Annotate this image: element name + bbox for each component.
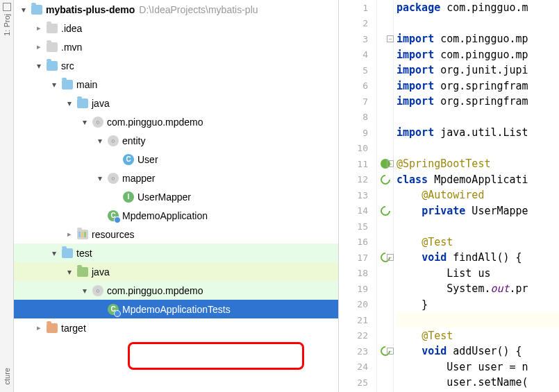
line-number[interactable]: 13	[339, 187, 376, 203]
line-number[interactable]: 16	[339, 235, 376, 250]
chevron-down-icon[interactable]	[49, 79, 60, 90]
line-number[interactable]: 3	[339, 31, 376, 47]
line-number[interactable]: 15	[339, 219, 376, 235]
run-icon[interactable]	[378, 204, 392, 218]
code-line[interactable]: import org.springfram	[397, 94, 559, 110]
code-line[interactable]	[397, 141, 559, 157]
tree-item-com-pingguo-mpdemo[interactable]: ○com.pingguo.mpdemo	[14, 281, 338, 300]
tool-window-stripe-left[interactable]: 1: Proj	[0, 0, 14, 392]
chevron-down-icon[interactable]	[18, 4, 29, 15]
tree-item-mapper[interactable]: ○mapper	[14, 169, 338, 187]
code-line[interactable]: }	[397, 297, 559, 313]
line-number[interactable]: 18	[339, 266, 376, 282]
tree-item-main[interactable]: main	[14, 75, 338, 94]
line-number[interactable]: 25	[339, 375, 376, 391]
chevron-right-icon[interactable]	[33, 42, 44, 53]
chevron-down-icon[interactable]	[94, 173, 106, 184]
line-number[interactable]: 8	[339, 110, 376, 126]
line-number[interactable]: 11	[339, 156, 376, 172]
code-line[interactable]: void findAll() {	[397, 250, 559, 266]
tree-item--mvn[interactable]: .mvn	[14, 37, 338, 56]
chevron-right-icon[interactable]	[33, 23, 44, 34]
line-number[interactable]: 5	[339, 62, 376, 78]
code-line[interactable]: private UserMappe	[397, 203, 559, 219]
tree-item-label: UserMapper	[137, 191, 191, 203]
line-number[interactable]: 1	[339, 0, 376, 16]
code-line[interactable]	[397, 110, 559, 126]
structure-tool-label[interactable]: cture	[3, 368, 11, 384]
chevron-down-icon[interactable]	[33, 60, 44, 71]
line-number[interactable]: 10	[339, 141, 376, 157]
tree-item-label: MpdemoApplication	[122, 210, 208, 221]
code-line[interactable]: import com.pingguo.mp	[397, 31, 559, 47]
tree-item-java[interactable]: java	[14, 262, 338, 281]
folder-resources-icon	[76, 228, 89, 241]
line-number[interactable]: 4	[339, 47, 376, 63]
project-root[interactable]: mybatis-plus-demo D:\IdeaProjects\mybati…	[14, 0, 338, 19]
tree-item-test[interactable]: test	[14, 244, 338, 262]
line-number[interactable]: 7	[339, 94, 376, 110]
code-line[interactable]: package com.pingguo.m	[397, 0, 559, 16]
code-editor[interactable]: 1234567891011121314151617181920212223242…	[339, 0, 559, 392]
code-line[interactable]: @SpringBootTest	[397, 156, 559, 172]
line-number[interactable]: 21	[339, 312, 376, 328]
tree-item-resources[interactable]: resources	[14, 225, 338, 244]
chevron-right-icon[interactable]	[33, 323, 44, 334]
line-number[interactable]: 19	[339, 281, 376, 297]
code-line[interactable]	[397, 312, 559, 328]
tree-item--idea[interactable]: .idea	[14, 19, 338, 37]
project-root-path: D:\IdeaProjects\mybatis-plu	[139, 4, 258, 15]
chevron-down-icon[interactable]	[79, 117, 90, 128]
tree-item-src[interactable]: src	[14, 56, 338, 75]
line-number[interactable]: 24	[339, 359, 376, 375]
code-line[interactable]	[397, 16, 559, 32]
code-line[interactable]: user.setName(	[397, 375, 559, 391]
fold-collapse-icon[interactable]: −	[387, 348, 394, 355]
tree-item-target[interactable]: target	[14, 318, 338, 337]
chevron-down-icon[interactable]	[79, 285, 90, 296]
code-line[interactable]: @Test	[397, 328, 559, 344]
tree-item-entity[interactable]: ○entity	[14, 131, 338, 150]
tree-item-java[interactable]: java	[14, 94, 338, 112]
code-line[interactable]: List us	[397, 266, 559, 282]
chevron-down-icon[interactable]	[94, 135, 106, 146]
code-line[interactable]: import com.pingguo.mp	[397, 47, 559, 63]
line-number[interactable]: 2	[339, 16, 376, 32]
code-line[interactable]: import org.junit.jupi	[397, 62, 559, 78]
tool-window-stripe-bottom[interactable]: cture	[0, 361, 14, 392]
chevron-down-icon[interactable]	[64, 266, 75, 278]
tree-item-mpdemoapplication[interactable]: CMpdemoApplication	[14, 206, 338, 225]
line-number[interactable]: 17	[339, 250, 376, 266]
code-area[interactable]: package com.pingguo.m import com.pingguo…	[394, 0, 559, 392]
line-number[interactable]: 6	[339, 78, 376, 94]
tree-item-mpdemoapplicationtests[interactable]: CMpdemoApplicationTests	[14, 300, 338, 318]
chevron-right-icon[interactable]	[64, 229, 75, 240]
chevron-down-icon[interactable]	[64, 98, 75, 109]
line-number[interactable]: 14	[339, 203, 376, 219]
code-line[interactable]: void addUser() {	[397, 343, 559, 359]
tree-item-user[interactable]: CUser	[14, 150, 338, 169]
run-icon[interactable]	[378, 173, 392, 187]
fold-collapse-icon[interactable]: −	[387, 35, 394, 42]
code-line[interactable]: System.out.pr	[397, 281, 559, 297]
code-line[interactable]	[397, 219, 559, 235]
project-tool-label[interactable]: 1: Proj	[3, 14, 11, 36]
code-line[interactable]: @Test	[397, 235, 559, 250]
line-number[interactable]: 22	[339, 328, 376, 344]
chevron-down-icon[interactable]	[49, 248, 60, 259]
tree-item-usermapper[interactable]: IUserMapper	[14, 187, 338, 206]
tree-item-com-pingguo-mpdemo[interactable]: ○com.pingguo.mpdemo	[14, 112, 338, 131]
code-line[interactable]: import java.util.List	[397, 125, 559, 141]
line-number[interactable]: 20	[339, 297, 376, 313]
code-line[interactable]: class MpdemoApplicati	[397, 172, 559, 188]
line-number[interactable]: 23	[339, 343, 376, 359]
line-number[interactable]: 9	[339, 125, 376, 141]
square-icon	[3, 3, 11, 11]
code-line[interactable]: @Autowired	[397, 187, 559, 203]
code-line[interactable]: User user = n	[397, 359, 559, 375]
line-number[interactable]: 12	[339, 172, 376, 188]
fold-collapse-icon[interactable]: −	[387, 160, 394, 167]
fold-collapse-icon[interactable]: −	[387, 254, 394, 261]
code-line[interactable]: import org.springfram	[397, 78, 559, 94]
tree-item-label: main	[76, 79, 97, 90]
